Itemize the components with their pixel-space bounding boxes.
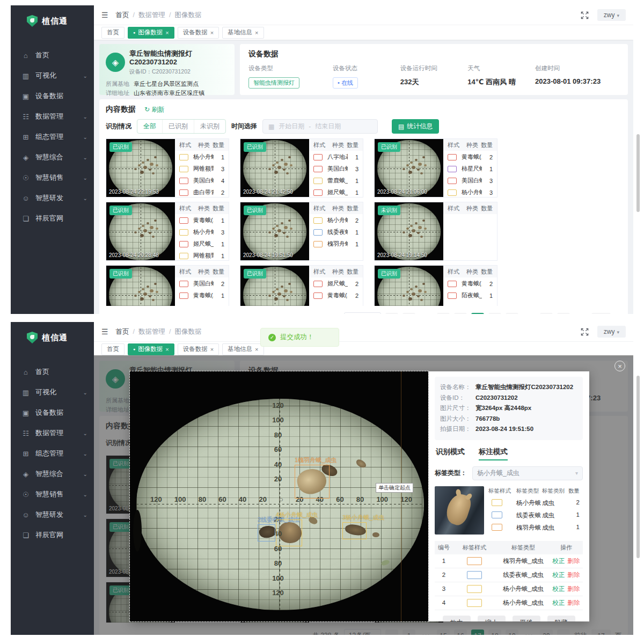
page-size-select[interactable]: 12条/页▾ bbox=[344, 312, 381, 314]
filter-option[interactable]: 未识别 bbox=[194, 120, 225, 133]
fullscreen-icon[interactable] bbox=[581, 11, 589, 19]
correct-link[interactable]: 校正 bbox=[553, 599, 565, 606]
tab-recognition-mode[interactable]: 识别模式 bbox=[436, 447, 465, 460]
page-button[interactable]: 18 bbox=[488, 313, 501, 314]
page-button[interactable]: 1 bbox=[402, 313, 415, 314]
delete-link[interactable]: 删除 bbox=[568, 586, 580, 592]
delete-link[interactable]: 删除 bbox=[568, 558, 580, 564]
sidebar-item[interactable]: ☷ 数据管理 ⌄ bbox=[11, 423, 94, 443]
tab[interactable]: ● 首页 × bbox=[101, 27, 125, 39]
correct-link[interactable]: 校正 bbox=[553, 586, 565, 592]
tab[interactable]: ● 图像数据 × bbox=[128, 343, 174, 355]
tool-button[interactable]: 缩小 bbox=[478, 616, 506, 621]
sidebar-item[interactable]: ▥ 可视化 ⌄ bbox=[11, 65, 94, 86]
tool-button[interactable]: 隐藏 bbox=[547, 616, 575, 621]
breadcrumb-data-management[interactable]: 数据管理 bbox=[138, 11, 165, 20]
fullscreen-icon[interactable] bbox=[581, 328, 589, 336]
page-button[interactable]: 29 bbox=[540, 313, 553, 314]
sidebar-item[interactable]: ▥ 可视化 ⌄ bbox=[11, 382, 94, 402]
filter-option[interactable]: 全部 bbox=[137, 120, 163, 133]
filter-option[interactable]: 已识别 bbox=[163, 120, 194, 133]
annotation-canvas[interactable]: 12010080604020 ○ 20406080100120 12010080… bbox=[130, 371, 428, 621]
image-card[interactable]: 未识别 2023-08-24 19:14:50 样式 种类 数量 bbox=[374, 202, 497, 261]
trap-image[interactable]: 已识别 bbox=[106, 266, 175, 306]
tab[interactable]: ● 基地信息 × bbox=[222, 343, 264, 355]
trap-image[interactable]: 已识别 bbox=[375, 266, 443, 306]
tab-annotation-mode[interactable]: 标注模式 bbox=[479, 447, 508, 460]
close-icon[interactable]: × bbox=[255, 346, 258, 353]
trap-image[interactable]: 已识别 2023-08-24 21:06:00 bbox=[375, 139, 443, 197]
tab[interactable]: ● 首页 × bbox=[101, 343, 125, 355]
trap-image[interactable]: 已识别 2023-08-24 21:42:50 bbox=[240, 139, 309, 197]
page-button[interactable]: 17 bbox=[471, 313, 484, 314]
date-range-input[interactable]: ▦ 开始日期 - 结束日期 bbox=[262, 119, 378, 134]
stats-button[interactable]: ▤统计信息 bbox=[392, 119, 439, 134]
tab[interactable]: ● 图像数据 × bbox=[128, 27, 174, 39]
page-button[interactable]: 15 bbox=[437, 313, 450, 314]
close-icon[interactable]: × bbox=[210, 30, 214, 36]
sidebar-item[interactable]: ◈ 智慧综合 ⌄ bbox=[11, 147, 94, 167]
correct-link[interactable]: 校正 bbox=[553, 558, 565, 564]
goto-page-input[interactable]: 17 bbox=[591, 313, 611, 314]
sidebar-item[interactable]: ☷ 数据管理 ⌄ bbox=[11, 106, 94, 127]
trap-image[interactable]: 已识别 2023-08-24 19:51:50 bbox=[240, 202, 309, 260]
tab[interactable]: ● 基地信息 × bbox=[222, 27, 264, 39]
page-scrollbar[interactable] bbox=[636, 376, 640, 558]
image-card[interactable]: 已识别 样式 种类 数量 bbox=[240, 265, 363, 306]
close-icon[interactable]: × bbox=[165, 30, 169, 36]
sidebar-item[interactable]: ❏ 祥辰官网 ⌄ bbox=[11, 208, 94, 229]
sidebar-item[interactable]: ⌂ 首页 ⌄ bbox=[11, 45, 94, 65]
page-button[interactable]: ••• bbox=[523, 313, 536, 314]
annotation-box[interactable]: 4杨小舟蛾_成虫 bbox=[276, 511, 318, 546]
sidebar-item[interactable]: ☺ 智慧研发 ⌄ bbox=[11, 188, 94, 208]
tab[interactable]: ● 设备数据 × bbox=[178, 27, 219, 39]
tab[interactable]: ● 设备数据 × bbox=[178, 343, 219, 355]
sidebar-item[interactable]: ⊞ 组态管理 ⌄ bbox=[11, 443, 94, 464]
page-button[interactable]: ••• bbox=[420, 313, 433, 314]
image-card[interactable]: 已识别 2023-08-24 21:06:00 样式 种类 数量 bbox=[374, 138, 497, 197]
sidebar-item[interactable]: ⌂ 首页 ⌄ bbox=[11, 362, 94, 382]
label-type-select[interactable]: 杨小舟蛾_成虫 ▾ bbox=[472, 466, 583, 480]
sidebar-item[interactable]: ⊞ 组态管理 ⌄ bbox=[11, 127, 94, 147]
sidebar-item[interactable]: ❏ 祥辰官网 ⌄ bbox=[11, 525, 94, 545]
collapse-sidebar-icon[interactable]: ☰ bbox=[101, 11, 108, 19]
image-card[interactable]: 已识别 2023-08-24 19:51:50 样式 种类 数量 bbox=[240, 202, 363, 261]
page-button[interactable]: 16 bbox=[454, 313, 467, 314]
page-scrollbar[interactable] bbox=[636, 134, 640, 212]
trap-image[interactable]: 已识别 bbox=[240, 266, 309, 306]
close-icon[interactable]: × bbox=[165, 346, 169, 353]
close-icon[interactable]: × bbox=[255, 30, 258, 36]
image-card[interactable]: 已识别 2023-08-24 22:19:53 样式 种类 数量 bbox=[106, 138, 229, 197]
tool-button[interactable]: 放大 bbox=[443, 616, 471, 621]
sidebar-item[interactable]: ▣ 设备数据 ⌄ bbox=[11, 402, 94, 423]
breadcrumb-data-management[interactable]: 数据管理 bbox=[138, 327, 165, 336]
user-menu[interactable]: zwy▾ bbox=[597, 326, 626, 338]
next-page-button[interactable]: › bbox=[557, 313, 570, 314]
delete-link[interactable]: 删除 bbox=[568, 572, 580, 578]
tool-button[interactable]: 平移 bbox=[513, 616, 540, 621]
image-card[interactable]: 已识别 样式 种类 数量 bbox=[106, 265, 229, 306]
image-card[interactable]: 已识别 2023-08-24 20:28:48 样式 种类 数量 bbox=[106, 202, 229, 261]
collapse-sidebar-icon[interactable]: ☰ bbox=[101, 327, 108, 336]
user-menu[interactable]: zwy▾ bbox=[597, 9, 626, 21]
refresh-button[interactable]: ↻ 刷新 bbox=[144, 105, 164, 114]
annotation-box[interactable]: 3杨小舟蛾_成虫 bbox=[342, 514, 384, 539]
delete-link[interactable]: 删除 bbox=[568, 599, 580, 606]
page-button[interactable]: 19 bbox=[506, 313, 518, 314]
image-card[interactable]: 已识别 样式 种类 数量 bbox=[374, 265, 497, 306]
prev-page-button[interactable]: ‹ bbox=[385, 313, 398, 314]
sidebar-item[interactable]: ◈ 智慧综合 ⌄ bbox=[11, 464, 94, 484]
close-icon[interactable]: × bbox=[614, 361, 625, 371]
breadcrumb-home[interactable]: 首页 bbox=[116, 327, 129, 336]
sidebar-item[interactable]: ▣ 设备数据 ⌄ bbox=[11, 86, 94, 106]
sidebar-item[interactable]: ☉ 智慧销售 ⌄ bbox=[11, 167, 94, 188]
trap-image[interactable]: 已识别 2023-08-24 20:28:48 bbox=[106, 202, 175, 260]
image-card[interactable]: 已识别 2023-08-24 21:42:50 样式 种类 数量 bbox=[240, 138, 363, 197]
trap-image[interactable]: 已识别 2023-08-24 22:19:53 bbox=[106, 139, 175, 197]
trap-image[interactable]: 未识别 2023-08-24 19:14:50 bbox=[375, 202, 443, 260]
annotation-box[interactable]: 1槐羽舟蛾_成虫 bbox=[295, 456, 336, 499]
correct-link[interactable]: 校正 bbox=[553, 572, 565, 578]
sidebar-item[interactable]: ☉ 智慧销售 ⌄ bbox=[11, 484, 94, 504]
sidebar-item[interactable]: ☺ 智慧研发 ⌄ bbox=[11, 504, 94, 525]
close-icon[interactable]: × bbox=[210, 346, 214, 353]
